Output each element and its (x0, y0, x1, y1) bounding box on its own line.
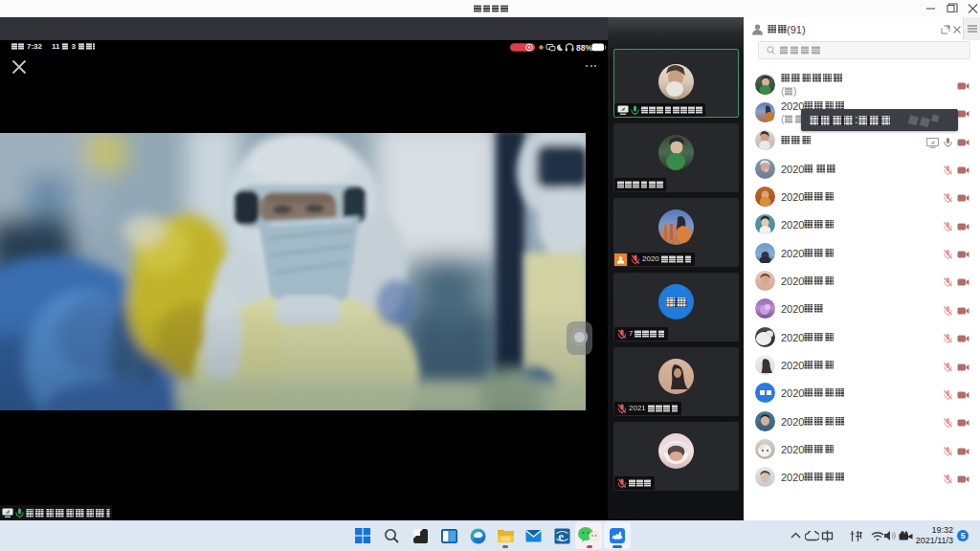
svg-text:88%: 88% (576, 43, 592, 53)
